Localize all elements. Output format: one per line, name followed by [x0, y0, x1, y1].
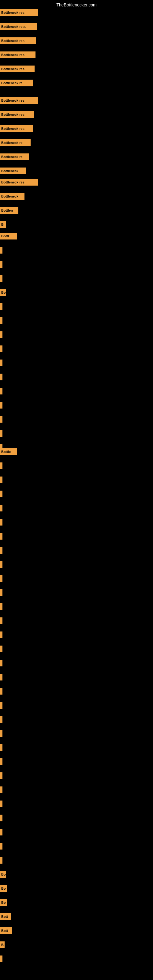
bar-item [0, 688, 2, 695]
bar-item: Bott [0, 928, 12, 934]
bar-item: Bottleneck res [0, 65, 35, 72]
bar-item [0, 374, 2, 380]
bar-item: Bottleneck re [0, 153, 29, 160]
bar-item: Bottleneck res [0, 97, 38, 104]
bar-item [0, 674, 2, 681]
bar-item [0, 603, 2, 610]
bar-item [0, 843, 2, 850]
bar-item [0, 758, 2, 765]
bar-item [0, 744, 2, 751]
bar-item [0, 360, 2, 366]
bar-item: Bo [0, 871, 6, 878]
bar-item: Bottleneck [0, 193, 24, 200]
bar-item: Bottleneck res [0, 125, 33, 132]
bar-item: Bottleneck res [0, 9, 38, 16]
bar-item [0, 519, 2, 525]
bar-item [0, 275, 2, 282]
bar-item: Bo [0, 899, 7, 906]
bar-item [0, 857, 2, 864]
bar-item [0, 786, 2, 793]
bar-item: Bottleneck res [0, 51, 35, 58]
bar-item [0, 772, 2, 779]
bar-item [0, 815, 2, 821]
bar-item [0, 477, 2, 483]
bar-item [0, 388, 2, 395]
bar-item [0, 505, 2, 511]
bar-item [0, 247, 2, 254]
bar-item [0, 547, 2, 554]
bar-item: Bottleneck res [0, 37, 36, 44]
bar-item [0, 416, 2, 423]
bar-item [0, 730, 2, 737]
bar-item: Bottlen [0, 207, 18, 214]
bar-item [0, 561, 2, 568]
bar-item: Bott [0, 913, 11, 920]
bar-item: Bo [0, 289, 6, 296]
bar-item [0, 303, 2, 310]
bar-item [0, 829, 2, 835]
bar-item: Bottle [0, 449, 17, 455]
bar-item [0, 646, 2, 652]
bar-item: Bottleneck re [0, 80, 33, 86]
bar-item [0, 632, 2, 638]
bar-item [0, 617, 2, 624]
bar-item [0, 575, 2, 582]
bar-item: Bo [0, 885, 7, 892]
bar-item: Bottl [0, 233, 17, 240]
bar-item: Bottleneck res [0, 179, 38, 186]
bar-item: Bottleneck res [0, 111, 33, 118]
bar-item [0, 430, 2, 437]
bar-item [0, 660, 2, 667]
bar-item: Bottleneck resu [0, 23, 37, 30]
bar-item [0, 589, 2, 596]
bar-item [0, 716, 2, 723]
bar-item [0, 402, 2, 409]
bar-item [0, 317, 2, 324]
bar-item [0, 463, 2, 469]
bar-item [0, 956, 2, 962]
bar-item [0, 345, 2, 352]
bar-item [0, 261, 2, 268]
bar-item [0, 491, 2, 497]
bar-item: Bottleneck [0, 167, 26, 174]
bar-item: B [0, 221, 6, 228]
bar-item [0, 331, 2, 338]
bar-item: B [0, 942, 5, 948]
bar-item [0, 533, 2, 539]
bar-item: Bottleneck re [0, 139, 30, 146]
bar-item [0, 702, 2, 709]
bar-item [0, 800, 2, 807]
site-title: TheBottlenecker.com [56, 2, 97, 7]
